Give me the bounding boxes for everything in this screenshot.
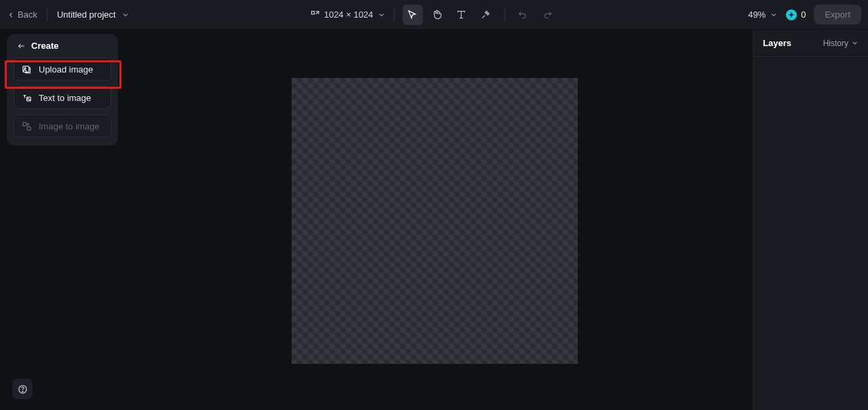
zoom-label: 49% (748, 9, 766, 20)
divider (504, 8, 505, 22)
redo-icon (542, 9, 553, 20)
history-label: History (823, 39, 848, 48)
eyedropper-icon (481, 9, 491, 20)
create-panel-title: Create (31, 41, 58, 51)
canvas-size-label: 1024 × 1024 (324, 9, 374, 20)
text-tool[interactable] (451, 5, 471, 25)
credits-count: 0 (801, 9, 806, 20)
right-panel: Layers History (753, 30, 868, 410)
undo-button[interactable] (513, 5, 533, 25)
history-dropdown[interactable]: History (823, 39, 859, 48)
hand-icon (432, 9, 442, 20)
project-title-dropdown[interactable]: Untitled project (57, 9, 130, 20)
text-to-image-label: Text to image (39, 93, 91, 103)
svg-line-1 (316, 11, 319, 14)
back-label: Back (18, 9, 37, 20)
undo-icon (518, 9, 528, 20)
eyedropper-tool[interactable] (475, 5, 496, 25)
text-to-image-button[interactable]: Text to image (14, 86, 111, 109)
chevron-left-icon (7, 11, 15, 19)
top-bar-right: 49% 0 Export (748, 5, 861, 24)
hand-tool[interactable] (427, 5, 447, 25)
export-label: Export (825, 9, 850, 20)
layers-tab[interactable]: Layers (763, 38, 791, 48)
svg-marker-4 (789, 12, 794, 17)
image-to-image-icon (21, 121, 32, 131)
redo-button[interactable] (537, 5, 557, 25)
chevron-down-icon (377, 11, 385, 19)
chevron-down-icon (851, 39, 859, 47)
top-bar-left: Back Untitled project (7, 9, 130, 21)
back-button[interactable]: Back (7, 9, 37, 20)
credits-indicator[interactable]: 0 (786, 9, 806, 20)
transparency-grid (292, 78, 578, 364)
select-tool[interactable] (402, 5, 422, 25)
create-panel: Create Upload image Text to image Image … (7, 34, 118, 146)
top-bar: Back Untitled project 1024 × 1024 (0, 0, 868, 30)
help-button[interactable] (12, 379, 33, 399)
right-panel-header: Layers History (753, 30, 868, 57)
zoom-dropdown[interactable]: 49% (748, 9, 778, 20)
svg-point-12 (22, 391, 23, 392)
export-button[interactable]: Export (814, 5, 861, 24)
image-to-image-label: Image to image (39, 121, 100, 131)
canvas-size-dropdown[interactable]: 1024 × 1024 (311, 9, 386, 20)
create-panel-header: Create (14, 41, 111, 51)
svg-point-7 (24, 67, 26, 68)
upload-image-icon (21, 64, 32, 75)
image-to-image-button: Image to image (14, 115, 111, 138)
chevron-down-icon (770, 11, 778, 19)
svg-rect-10 (27, 127, 31, 130)
back-arrow-icon[interactable] (16, 41, 26, 51)
canvas[interactable] (292, 78, 578, 364)
top-bar-center: 1024 × 1024 (311, 5, 558, 25)
project-title: Untitled project (57, 9, 116, 20)
divider (47, 9, 47, 21)
credits-icon (786, 9, 797, 20)
help-icon (18, 384, 28, 394)
svg-rect-0 (311, 11, 314, 14)
text-to-image-icon (21, 93, 32, 103)
resize-icon (311, 10, 320, 20)
cursor-icon (408, 9, 418, 20)
divider (393, 8, 394, 22)
upload-image-button[interactable]: Upload image (14, 58, 111, 81)
text-icon (456, 9, 467, 20)
chevron-down-icon (121, 11, 130, 19)
svg-rect-9 (22, 122, 26, 125)
upload-image-label: Upload image (39, 64, 93, 75)
